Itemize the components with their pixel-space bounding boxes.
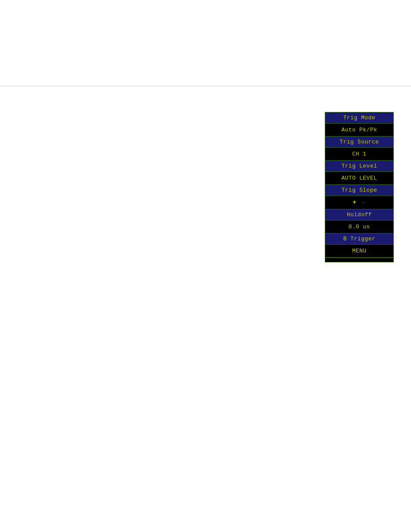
trig-slope-label: Trig Slope	[325, 185, 393, 196]
slope-minus: –	[361, 199, 366, 206]
main-area: Trig Mode Auto Pk/Pk Trig Source CH 1 Tr…	[0, 86, 411, 532]
top-area	[0, 0, 411, 86]
trig-mode-value[interactable]: Auto Pk/Pk	[325, 124, 393, 137]
holdoff-label: Holdoff	[325, 209, 393, 221]
b-trigger-label: B Trigger	[325, 233, 393, 245]
trig-source-label: Trig Source	[325, 137, 393, 148]
trig-slope-value[interactable]: + –	[325, 196, 393, 209]
trig-mode-label: Trig Mode	[325, 112, 393, 124]
trig-level-value[interactable]: AUTO LEVEL	[325, 172, 393, 185]
trig-level-label: Trig Level	[325, 161, 393, 172]
menu-bottom-spacer	[325, 258, 393, 262]
menu-panel: Trig Mode Auto Pk/Pk Trig Source CH 1 Tr…	[325, 112, 394, 262]
trig-source-value[interactable]: CH 1	[325, 148, 393, 161]
holdoff-value[interactable]: 0.0 us	[325, 221, 393, 233]
slope-plus: +	[352, 199, 357, 206]
b-trigger-value[interactable]: MENU	[325, 245, 393, 258]
